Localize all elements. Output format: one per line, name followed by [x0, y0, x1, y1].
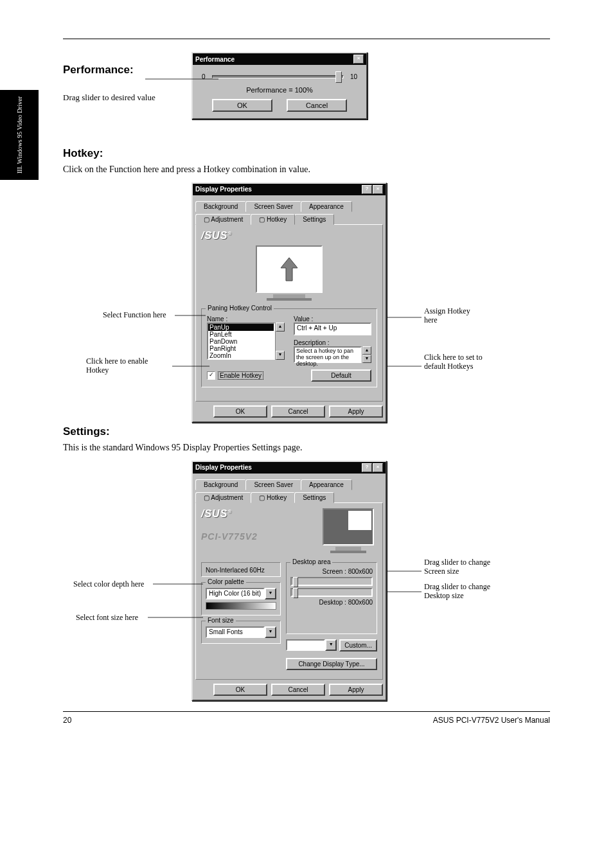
list-item: ZoomIn — [208, 352, 274, 359]
display-properties-hotkey: Display Properties ? × Background Screen… — [191, 182, 387, 423]
color-preview — [206, 602, 276, 610]
tab-hotkey[interactable]: ▢ Hotkey — [251, 492, 295, 503]
callout: Select color depth here — [73, 580, 144, 589]
hotkey-value-field[interactable]: Ctrl + Alt + Up — [294, 323, 371, 335]
performance-label: Performance = 100% — [202, 86, 357, 94]
tab-screensaver[interactable]: Screen Saver — [245, 479, 301, 490]
slider-max: 10 — [350, 73, 357, 80]
brand-logo: /SUS® — [201, 230, 377, 242]
header-rule — [63, 39, 550, 39]
font-size-combo[interactable]: Small Fonts ▼ — [206, 626, 276, 638]
hotkey-groupbox: Paning Hotkey Control Name : PanUp PanLe… — [201, 308, 377, 387]
settings-intro: This is the standard Windows 95 Display … — [63, 442, 550, 454]
ok-button[interactable]: OK — [213, 684, 267, 696]
section-title-settings: Settings: — [63, 425, 550, 438]
tab-appearance[interactable]: Appearance — [301, 479, 352, 490]
tab-adjustment[interactable]: ▢ Adjustment — [195, 492, 251, 503]
value-label: Value : — [294, 315, 371, 323]
close-icon[interactable]: × — [373, 185, 383, 194]
svg-marker-1 — [281, 258, 298, 281]
chevron-down-icon: ▼ — [325, 639, 337, 651]
list-scrollbar[interactable]: ▲▼ — [275, 323, 285, 360]
list-item: PanLeft — [208, 331, 274, 338]
help-icon[interactable]: ? — [362, 185, 372, 194]
desktop-info: Desktop : 800x600 — [290, 599, 373, 606]
apply-button[interactable]: Apply — [329, 684, 383, 696]
font-size-label: Font size — [206, 617, 236, 624]
tab-screensaver[interactable]: Screen Saver — [245, 201, 301, 212]
close-icon[interactable]: × — [373, 463, 383, 472]
screen-info: Screen : 800x600 — [290, 568, 373, 575]
desc-label: Description : — [294, 339, 371, 346]
callout: Hotkey — [86, 366, 109, 375]
tab-adjustment[interactable]: ▢ Adjustment — [195, 214, 251, 225]
list-item: PanRight — [208, 345, 274, 352]
ok-button[interactable]: OK — [213, 405, 267, 418]
name-label: Name : — [207, 315, 285, 323]
hotkey-desc-field: Select a hotkey to pan the screen up on … — [294, 346, 362, 363]
tab-settings[interactable]: Settings — [294, 214, 334, 225]
enable-hotkey-checkbox[interactable]: ✓ Enable Hotkey — [207, 371, 263, 380]
product-label: PCI-V775V2 — [201, 531, 314, 542]
brand-logo: /SUS® — [201, 508, 314, 520]
monitor-preview — [319, 508, 377, 553]
apply-button[interactable]: Apply — [329, 405, 383, 418]
desc-scrollbar[interactable]: ▲▼ — [362, 346, 371, 363]
side-tab: III. Windows 95 Video Driver — [0, 90, 39, 180]
section-title-performance: Performance: — [63, 64, 191, 76]
tab-appearance[interactable]: Appearance — [301, 201, 352, 212]
color-palette-combo[interactable]: High Color (16 bit) ▼ — [206, 588, 276, 599]
list-item: PanUp — [208, 324, 274, 331]
cancel-button[interactable]: Cancel — [271, 405, 325, 418]
hotkey-name-list[interactable]: PanUp PanLeft PanDown PanRight ZoomIn — [207, 323, 275, 360]
color-palette-label: Color palette — [206, 578, 246, 585]
dialog-title: Performance — [195, 56, 235, 63]
footer-title: ASUS PCI-V775V2 User's Manual — [433, 716, 550, 725]
close-icon[interactable]: × — [353, 55, 364, 64]
performance-slider[interactable] — [212, 75, 344, 78]
tab-hotkey[interactable]: ▢ Hotkey — [251, 214, 295, 225]
slider-min: 0 — [202, 73, 206, 80]
tab-background[interactable]: Background — [195, 479, 246, 490]
ok-button[interactable]: OK — [212, 99, 272, 112]
default-button[interactable]: Default — [311, 369, 371, 382]
perf-caption: Drag slider to desired value — [63, 92, 191, 103]
hotkey-intro: Click on the Function here and press a H… — [63, 164, 550, 176]
help-icon[interactable]: ? — [362, 463, 372, 472]
chevron-down-icon: ▼ — [265, 588, 276, 599]
section-title-hotkey: Hotkey: — [63, 147, 550, 160]
callout: Click here to enable — [86, 357, 148, 366]
up-arrow-icon — [280, 256, 299, 282]
dialog-title: Display Properties — [195, 186, 252, 193]
groupbox-label: Paning Hotkey Control — [206, 305, 274, 312]
callout: Select Function here — [103, 310, 166, 319]
custom-button[interactable]: Custom... — [339, 639, 377, 651]
desktop-slider[interactable] — [290, 588, 373, 597]
monitor-preview — [251, 245, 328, 303]
display-properties-settings: Display Properties ? × Background Screen… — [191, 461, 387, 701]
performance-dialog: Performance × 0 10 Performance = 100% — [191, 52, 368, 120]
desktop-area-label: Desktop area — [290, 558, 332, 565]
screen-slider[interactable] — [290, 577, 373, 586]
cancel-button[interactable]: Cancel — [287, 99, 347, 112]
refresh-label: Non-Interlaced 60Hz — [206, 567, 276, 574]
tab-background[interactable]: Background — [195, 201, 246, 212]
tab-settings[interactable]: Settings — [294, 492, 334, 503]
page-number: 20 — [63, 716, 71, 725]
settings-extra-combo[interactable]: ▼ — [286, 639, 337, 651]
chevron-down-icon: ▼ — [265, 626, 276, 638]
list-item: PanDown — [208, 338, 274, 345]
callout: Select font size here — [76, 613, 138, 622]
dialog-title: Display Properties — [195, 464, 252, 471]
cancel-button[interactable]: Cancel — [271, 684, 325, 696]
change-display-type-button[interactable]: Change Display Type... — [286, 658, 377, 670]
